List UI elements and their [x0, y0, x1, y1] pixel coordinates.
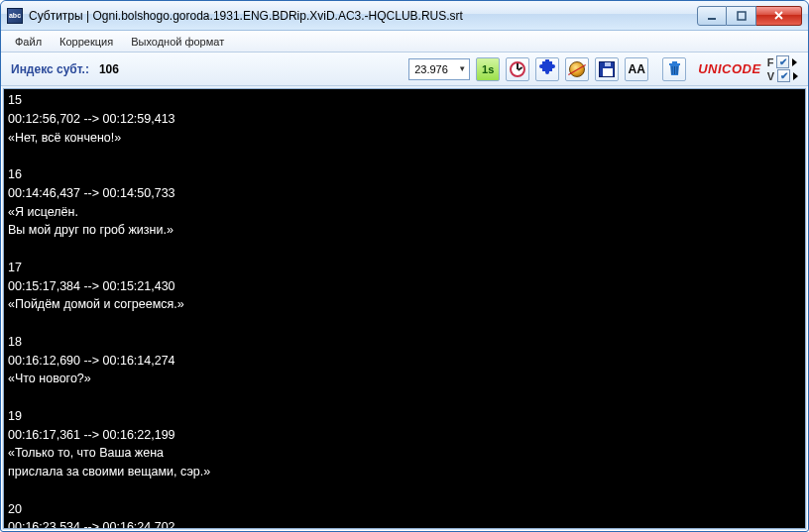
editor-container: 15 00:12:56,702 --> 00:12:59,413 «Нет, в…: [3, 88, 806, 529]
disc-button[interactable]: [565, 57, 589, 81]
encoding-label: UNICODE: [698, 61, 760, 76]
menubar: Файл Коррекция Выходной формат: [1, 31, 808, 53]
f-label: F: [767, 56, 774, 68]
timing-button[interactable]: [506, 57, 529, 81]
v-checkbox[interactable]: ✔: [777, 69, 790, 82]
menu-file[interactable]: Файл: [7, 34, 50, 50]
svg-rect-3: [672, 61, 677, 63]
font-icon: AA: [629, 62, 645, 76]
maximize-button[interactable]: [727, 6, 756, 26]
f-checkbox[interactable]: ✔: [776, 55, 789, 68]
titlebar[interactable]: abc Субтитры | Ogni.bolshogo.goroda.1931…: [1, 1, 808, 31]
plugins-button[interactable]: [535, 57, 559, 81]
one-second-button[interactable]: 1s: [476, 57, 500, 81]
window-title: Субтитры | Ogni.bolshogo.goroda.1931.ENG…: [29, 9, 697, 23]
fps-select[interactable]: 23.976 ▼: [408, 58, 470, 80]
menu-output-format[interactable]: Выходной формат: [123, 34, 232, 50]
floppy-icon: [599, 61, 615, 77]
puzzle-icon: [539, 59, 555, 79]
trash-icon: [668, 61, 681, 76]
font-button[interactable]: AA: [625, 57, 648, 81]
svg-rect-0: [708, 18, 716, 20]
disc-icon: [569, 61, 585, 77]
subtitle-index-value: 106: [99, 62, 119, 76]
clock-icon: [510, 61, 525, 77]
menu-correction[interactable]: Коррекция: [52, 34, 121, 50]
svg-rect-2: [669, 63, 680, 65]
save-button[interactable]: [595, 57, 619, 81]
v-label: V: [767, 70, 774, 82]
f-play-icon[interactable]: [792, 58, 797, 66]
fv-toggles: F ✔ V ✔: [767, 55, 798, 82]
subtitle-index-label: Индекс субт.:: [11, 62, 89, 76]
trash-button[interactable]: [662, 57, 686, 81]
v-play-icon[interactable]: [793, 72, 798, 80]
subtitle-editor[interactable]: 15 00:12:56,702 --> 00:12:59,413 «Нет, в…: [4, 89, 805, 528]
toolbar: Индекс субт.: 106 23.976 ▼ 1s AA: [1, 53, 808, 86]
dropdown-arrow-icon: ▼: [458, 64, 466, 73]
minimize-button[interactable]: [697, 6, 727, 26]
app-icon: abc: [7, 8, 23, 24]
window-controls: [697, 6, 802, 26]
app-window: abc Субтитры | Ogni.bolshogo.goroda.1931…: [0, 0, 809, 532]
svg-rect-1: [738, 12, 746, 20]
close-button[interactable]: [756, 6, 802, 26]
one-second-label: 1s: [482, 63, 494, 75]
fps-value: 23.976: [414, 63, 448, 75]
